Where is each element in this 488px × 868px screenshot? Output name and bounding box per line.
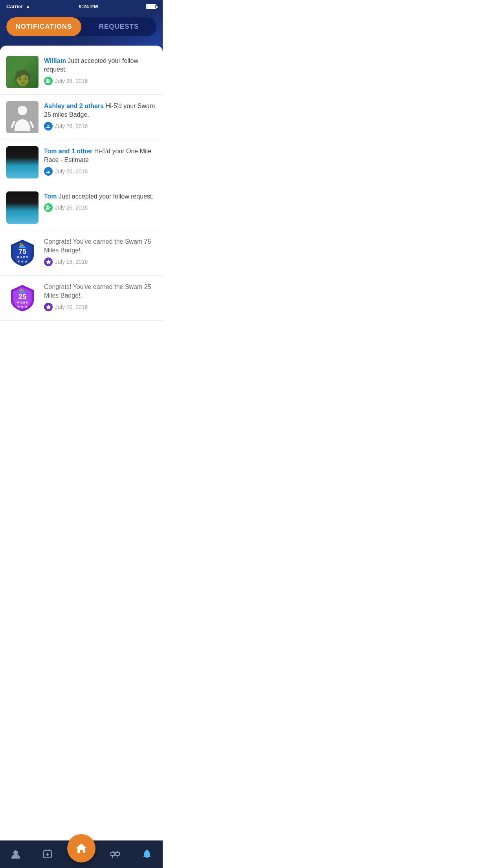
notification-name: Tom bbox=[44, 193, 57, 200]
notification-item[interactable]: 🏊 75 MILES ★ ★ ★ Congrats! You've earned… bbox=[0, 230, 163, 276]
avatar bbox=[6, 191, 39, 224]
notification-name: William bbox=[44, 57, 66, 64]
notification-item[interactable]: Ashley and 2 others Hi-5'd your Swam 25 … bbox=[0, 95, 163, 140]
svg-rect-4 bbox=[46, 127, 50, 128]
svg-rect-5 bbox=[46, 172, 50, 173]
avatar: 🧑 bbox=[6, 56, 39, 88]
svg-point-3 bbox=[18, 106, 27, 115]
notification-text: Tom and 1 other Hi-5'd your One Mile Rac… bbox=[44, 147, 156, 165]
notification-name: Ashley and 2 others bbox=[44, 103, 104, 109]
tabs-container: NOTIFICATIONS REQUESTS bbox=[6, 17, 156, 36]
notification-content: Ashley and 2 others Hi-5'd your Swam 25 … bbox=[44, 101, 156, 131]
badge-25-shield: 🏊 25 MILES ★ ★ ★ bbox=[9, 283, 36, 313]
avatar: 🏊 75 MILES ★ ★ ★ bbox=[6, 237, 39, 269]
time-display: 9:24 PM bbox=[79, 4, 98, 9]
battery-icon bbox=[146, 4, 156, 9]
notification-date: July 26, 2016 bbox=[55, 168, 88, 175]
add-user-icon bbox=[44, 203, 53, 212]
notification-meta: July 28, 2016 bbox=[44, 77, 156, 85]
notification-date: July 10, 2016 bbox=[55, 304, 88, 310]
notification-content: Tom Just accepted your follow request. J… bbox=[44, 191, 156, 212]
notification-date: July 28, 2016 bbox=[55, 78, 88, 84]
carrier-text: Carrier bbox=[6, 4, 23, 9]
tab-notifications[interactable]: NOTIFICATIONS bbox=[6, 17, 81, 36]
badge-icon bbox=[44, 303, 53, 311]
notification-item[interactable]: 🧑 William Just accepted your follow requ… bbox=[0, 50, 163, 95]
notification-item[interactable]: Tom and 1 other Hi-5'd your One Mile Rac… bbox=[0, 140, 163, 185]
notification-item[interactable]: 🏊 25 MILES ★ ★ ★ Congrats! You've earned… bbox=[0, 276, 163, 321]
status-bar: Carrier ▲ 9:24 PM bbox=[0, 0, 163, 13]
svg-point-0 bbox=[46, 79, 49, 81]
notification-text: William Just accepted your follow reques… bbox=[44, 57, 156, 74]
notification-item[interactable]: Tom Just accepted your follow request. J… bbox=[0, 185, 163, 230]
notification-meta: July 10, 2016 bbox=[44, 303, 156, 311]
notification-meta: July 26, 2016 bbox=[44, 122, 156, 131]
notification-date: July 26, 2016 bbox=[55, 204, 88, 211]
wifi-icon: ▲ bbox=[26, 4, 31, 9]
tab-requests[interactable]: REQUESTS bbox=[81, 17, 156, 36]
notification-meta: July 26, 2016 bbox=[44, 203, 156, 212]
notification-meta: July 26, 2016 bbox=[44, 167, 156, 176]
notification-text: Ashley and 2 others Hi-5'd your Swam 25 … bbox=[44, 102, 156, 120]
hi5-icon bbox=[44, 122, 53, 131]
badge-75-shield: 🏊 75 MILES ★ ★ ★ bbox=[9, 238, 36, 268]
notification-date: July 18, 2016 bbox=[55, 259, 88, 265]
badge-icon bbox=[44, 257, 53, 266]
avatar bbox=[6, 101, 39, 133]
notifications-list: 🧑 William Just accepted your follow requ… bbox=[0, 46, 163, 352]
avatar bbox=[6, 146, 39, 178]
notification-text: Congrats! You've earned the Swam 75 Mile… bbox=[44, 237, 156, 255]
notification-meta: July 18, 2016 bbox=[44, 257, 156, 266]
hi5-icon bbox=[44, 167, 53, 176]
notification-content: Congrats! You've earned the Swam 75 Mile… bbox=[44, 237, 156, 266]
notification-content: Congrats! You've earned the Swam 25 Mile… bbox=[44, 282, 156, 311]
notification-text: Congrats! You've earned the Swam 25 Mile… bbox=[44, 283, 156, 300]
notification-date: July 26, 2016 bbox=[55, 123, 88, 129]
notification-body: Just accepted your follow request. bbox=[57, 193, 154, 200]
svg-point-6 bbox=[46, 205, 49, 208]
add-user-icon bbox=[44, 77, 53, 85]
notification-content: William Just accepted your follow reques… bbox=[44, 56, 156, 85]
notification-content: Tom and 1 other Hi-5'd your One Mile Rac… bbox=[44, 146, 156, 176]
avatar: 🏊 25 MILES ★ ★ ★ bbox=[6, 282, 39, 314]
notification-name: Tom and 1 other bbox=[44, 148, 92, 154]
notification-text: Tom Just accepted your follow request. bbox=[44, 192, 156, 201]
status-left: Carrier ▲ bbox=[6, 4, 31, 9]
